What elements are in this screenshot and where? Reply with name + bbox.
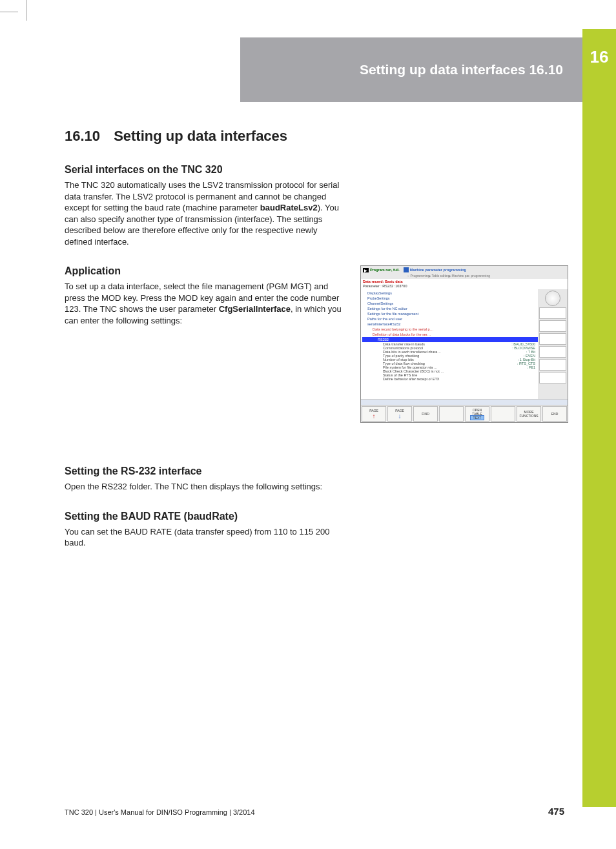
screenshot-right-toolbar — [538, 289, 568, 399]
screenshot-breadcrumb: → Programming▸Table editing▸Machine par.… — [361, 274, 568, 279]
tree-leaf: Define behavior after receipt of ETX — [362, 377, 538, 381]
side-button — [539, 307, 566, 319]
page-footer: TNC 320 | User's Manual for DIN/ISO Prog… — [65, 806, 564, 817]
param-cfgserialinterface: CfgSerialInterface — [219, 304, 291, 314]
nav-arrow-icon: ▶ — [363, 268, 369, 272]
para-application: To set up a data interface, select the f… — [65, 281, 342, 326]
section-heading: 16.10 Setting up data interfaces — [65, 128, 568, 145]
footer-doc-id: TNC 320 | User's Manual for DIN/ISO Prog… — [65, 808, 255, 816]
chapter-number: 16 — [582, 29, 616, 67]
softkey-page-down: PAGE↓ — [387, 406, 412, 422]
para-serial: The TNC 320 automatically uses the LSV2 … — [65, 179, 342, 247]
tree-folder: DisplaySettings — [362, 291, 538, 296]
para-baudrate: You can set the BAUD RATE (data transfer… — [65, 526, 342, 549]
mode-left-label: Program run, full. — [370, 268, 400, 272]
para-rs232: Open the RS232 folder. The TNC then disp… — [65, 481, 342, 493]
page-content: 16.10 Setting up data interfaces Serial … — [65, 128, 568, 553]
heading-baudrate: Setting the BAUD RATE (baudRate) — [65, 511, 568, 522]
section-number: 16.10 — [65, 128, 110, 145]
chapter-sidebar: 16 — [582, 29, 616, 807]
scrollbar — [361, 399, 568, 405]
screenshot-titlebar: ▶ Program run, full. Machine parameter p… — [361, 266, 568, 274]
section-title: Setting up data interfaces — [114, 128, 287, 144]
leaf-label: Define behavior after receipt of ETX — [383, 377, 535, 381]
side-button — [539, 372, 566, 384]
mode-icon — [404, 267, 409, 272]
softkey-row: PAGE↑ PAGE↓ FIND OPEN TABLE TEXT MORE FU… — [361, 405, 568, 422]
parameter-tree: DisplaySettings ProbeSettings ChannelSet… — [361, 289, 538, 399]
tnc-screenshot: ▶ Program run, full. Machine parameter p… — [360, 265, 568, 423]
softkey-find: FIND — [413, 406, 438, 422]
crop-marks — [0, 0, 39, 26]
param-baudratelsv2: baudRateLsv2 — [260, 203, 318, 212]
info-parameter: Parameter : RS232 :103700 — [361, 284, 568, 289]
tree-folder: ChannelSettings — [362, 301, 538, 306]
tree-folder: serialInterfaceRS232 — [362, 322, 538, 327]
side-button — [539, 359, 566, 371]
mode-right-label: Machine parameter programming — [410, 268, 466, 272]
tree-subfolder: Definition of data blocks for the ser… — [362, 332, 538, 337]
softkey-more-functions: MORE FUNCTIONS — [517, 406, 541, 422]
side-button — [539, 346, 566, 358]
softkey-empty — [491, 406, 515, 422]
softkey-end: END — [542, 406, 567, 422]
running-header: Setting up data interfaces 16.10 — [240, 37, 582, 102]
softkey-open-table: OPEN TABLE TEXT — [465, 406, 489, 422]
tree-folder: Paths for the end user — [362, 316, 538, 322]
running-header-title: Setting up data interfaces 16.10 — [360, 62, 563, 77]
tree-folder: ProbeSettings — [362, 296, 538, 301]
heading-application: Application — [65, 265, 349, 277]
tree-folder: Settings for the file management — [362, 311, 538, 316]
softkey-empty — [439, 406, 464, 422]
side-button — [539, 333, 566, 345]
heading-serial: Serial interfaces on the TNC 320 — [65, 164, 568, 176]
softkey-page-up: PAGE↑ — [362, 406, 386, 422]
heading-rs232: Setting the RS-232 interface — [65, 465, 568, 477]
footer-page-number: 475 — [548, 806, 564, 817]
tree-subfolder: Data record belonging to the serial p… — [362, 327, 538, 332]
info-data-record: Data record: Basic data — [361, 279, 568, 284]
tree-selected: RS232 — [362, 337, 538, 342]
clock-icon — [545, 291, 560, 306]
tree-folder: Settings for the NC editor — [362, 306, 538, 311]
side-button — [539, 320, 566, 332]
